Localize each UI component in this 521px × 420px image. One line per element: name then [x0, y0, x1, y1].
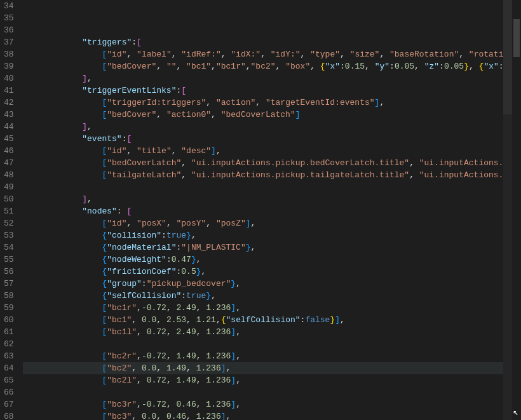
code-line[interactable]: ["bc3", 0.0, 0.46, 1.236], [23, 410, 503, 420]
line-number: 53 [4, 229, 14, 241]
code-line[interactable]: ], [23, 72, 503, 85]
code-line[interactable]: ["id", "title", "desc"], [23, 145, 503, 157]
line-number: 40 [4, 72, 14, 85]
code-line[interactable]: ["bedCoverLatch", "ui.inputActions.picku… [23, 157, 503, 169]
line-number: 64 [4, 362, 14, 374]
code-line[interactable]: {"nodeWeight":0.47}, [23, 254, 503, 266]
code-area[interactable]: "triggers":[ ["id", "label", "idRef:", "… [23, 0, 503, 420]
code-line[interactable]: ["bedCover", "action0", "bedCoverLatch"] [23, 109, 503, 121]
line-number: 55 [4, 254, 14, 266]
code-line[interactable]: {"collision":true}, [23, 229, 503, 241]
line-number: 52 [4, 217, 14, 229]
line-number: 54 [4, 241, 14, 254]
line-number: 38 [4, 48, 14, 60]
scrollbar-thumb[interactable] [513, 19, 520, 57]
line-number: 39 [4, 60, 14, 72]
line-number: 62 [4, 338, 14, 350]
code-line[interactable] [23, 338, 503, 350]
minimap[interactable] [503, 0, 512, 420]
line-number: 56 [4, 266, 14, 278]
code-line[interactable]: {"selfCollision":true}, [23, 290, 503, 302]
code-editor[interactable]: 3435363738394041424344454647484950515253… [0, 0, 521, 420]
mouse-cursor-icon: ↖ [513, 407, 518, 417]
code-line[interactable]: {"frictionCoef":0.5}, [23, 266, 503, 278]
code-line[interactable]: {"group":"pickup_bedcover"}, [23, 278, 503, 290]
code-line[interactable]: ["id", "posX", "posY", "posZ"], [23, 217, 503, 229]
code-line[interactable]: "events":[ [23, 133, 503, 145]
code-line[interactable]: ["bc3r",-0.72, 0.46, 1.236], [23, 398, 503, 410]
code-line[interactable]: ["bc2l", 0.72, 1.49, 1.236], [23, 374, 503, 386]
line-number: 46 [4, 145, 14, 157]
line-number: 60 [4, 314, 14, 326]
code-line[interactable]: ["bc2", 0.0, 1.49, 1.236], [23, 362, 503, 374]
line-number: 37 [4, 36, 14, 48]
code-line[interactable]: ["tailgateLatch", "ui.inputActions.picku… [23, 169, 503, 181]
code-line[interactable]: ], [23, 121, 503, 133]
line-number: 35 [4, 12, 14, 24]
code-line[interactable] [23, 386, 503, 398]
code-line[interactable]: {"nodeMaterial":"|NM_PLASTIC"}, [23, 241, 503, 254]
line-number: 36 [4, 24, 14, 36]
line-number: 51 [4, 205, 14, 217]
code-line[interactable]: ["bc1", 0.0, 2.53, 1.21,{"selfCollision"… [23, 314, 503, 326]
line-number: 43 [4, 109, 14, 121]
line-number: 58 [4, 290, 14, 302]
line-number: 65 [4, 374, 14, 386]
code-line[interactable]: "triggerEventLinks":[ [23, 85, 503, 97]
line-number: 61 [4, 326, 14, 338]
code-line[interactable]: "triggers":[ [23, 36, 503, 48]
code-line[interactable] [23, 181, 503, 193]
line-number: 59 [4, 302, 14, 314]
line-number: 44 [4, 121, 14, 133]
minimap-viewport[interactable] [503, 0, 512, 114]
line-number: 47 [4, 157, 14, 169]
line-number: 48 [4, 169, 14, 181]
line-number: 41 [4, 85, 14, 97]
line-number: 57 [4, 278, 14, 290]
line-number: 49 [4, 181, 14, 193]
line-number: 63 [4, 350, 14, 362]
vertical-scrollbar[interactable] [512, 0, 521, 420]
code-line[interactable]: ["bc2r",-0.72, 1.49, 1.236], [23, 350, 503, 362]
code-line[interactable]: ["bedCover", "", "bc1","bc1r","bc2", "bo… [23, 60, 503, 72]
line-number-gutter: 3435363738394041424344454647484950515253… [0, 0, 23, 420]
code-line[interactable]: ["triggerId:triggers", "action", "target… [23, 97, 503, 109]
code-line[interactable]: "nodes": [ [23, 205, 503, 217]
code-lines[interactable]: "triggers":[ ["id", "label", "idRef:", "… [23, 36, 503, 420]
code-line[interactable]: ["bc1r",-0.72, 2.49, 1.236], [23, 302, 503, 314]
line-number: 66 [4, 386, 14, 398]
line-number: 34 [4, 0, 14, 12]
line-number: 42 [4, 97, 14, 109]
code-line[interactable]: ], [23, 193, 503, 205]
line-number: 67 [4, 398, 14, 410]
code-line[interactable]: ["id", "label", "idRef:", "idX:", "idY:"… [23, 48, 503, 60]
line-number: 50 [4, 193, 14, 205]
code-line[interactable]: ["bc1l", 0.72, 2.49, 1.236], [23, 326, 503, 338]
line-number: 68 [4, 410, 14, 420]
line-number: 45 [4, 133, 14, 145]
